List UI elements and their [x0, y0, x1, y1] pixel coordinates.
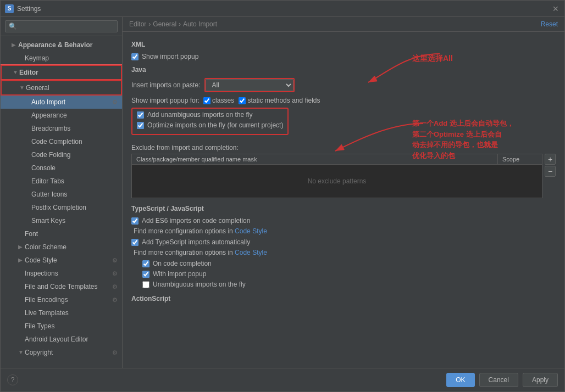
- optimize-imports-checkbox[interactable]: [137, 122, 144, 129]
- window-title: Settings: [17, 5, 551, 13]
- help-icon[interactable]: ?: [7, 374, 18, 385]
- gear-icon: ⚙: [112, 268, 118, 279]
- sidebar-item-code-style[interactable]: ▶ Code Style ⚙: [1, 254, 122, 267]
- sidebar-item-smart-keys[interactable]: Smart Keys: [1, 214, 122, 227]
- sidebar-item-file-encodings[interactable]: File Encodings ⚙: [1, 293, 122, 306]
- search-input[interactable]: [5, 20, 118, 32]
- code-style-link-2[interactable]: Code Style: [235, 249, 267, 256]
- add-es6-row: Add ES6 imports on code completion: [131, 217, 556, 225]
- java-section-label: Java: [131, 66, 556, 74]
- on-code-completion-checkbox[interactable]: [142, 260, 149, 267]
- arrow-icon: ▼: [18, 347, 25, 358]
- sidebar-item-keymap[interactable]: Keymap: [1, 52, 122, 65]
- sidebar-item-postfix-completion[interactable]: Postfix Completion: [1, 201, 122, 214]
- add-exclude-button[interactable]: +: [545, 154, 556, 165]
- sidebar-item-file-types[interactable]: File Types: [1, 320, 122, 333]
- unambiguous-imports-checkbox[interactable]: [142, 281, 149, 288]
- sidebar-item-label: Keymap: [25, 53, 118, 64]
- sidebar: ▶ Appearance & Behavior Keymap ▼ Editor …: [1, 17, 123, 368]
- sidebar-item-live-templates[interactable]: Live Templates: [1, 306, 122, 320]
- apply-button[interactable]: Apply: [523, 373, 558, 387]
- add-unambiguous-checkbox[interactable]: [137, 111, 144, 119]
- arrow-icon: ▶: [12, 40, 18, 51]
- gear-icon: ⚙: [112, 294, 118, 305]
- sidebar-item-label: Code Style: [25, 255, 110, 266]
- on-code-completion-row: On code completion: [131, 260, 556, 267]
- gear-icon: ⚙: [112, 97, 118, 108]
- sidebar-item-label: Color Scheme: [25, 242, 118, 253]
- add-unambiguous-label: Add unambiguous imports on the fly: [147, 111, 252, 119]
- sidebar-item-editor[interactable]: ▼ Editor: [1, 65, 122, 80]
- sidebar-item-breadcrumbs[interactable]: Breadcrumbs: [1, 122, 122, 135]
- ok-button[interactable]: OK: [446, 373, 474, 387]
- sidebar-item-android-layout-editor[interactable]: Android Layout Editor: [1, 333, 122, 346]
- sidebar-item-appearance-behavior[interactable]: ▶ Appearance & Behavior: [1, 38, 122, 52]
- find-more-1-prefix: Find more configuration options in: [134, 227, 235, 235]
- sidebar-item-appearance[interactable]: Appearance: [1, 109, 122, 122]
- sidebar-item-label: Appearance & Behavior: [18, 40, 118, 51]
- add-ts-imports-label: Add TypeScript imports automatically: [142, 238, 250, 246]
- show-import-popup-label: Show import popup: [142, 53, 198, 60]
- exclude-table-body: No exclude patterns: [132, 165, 542, 198]
- add-es6-label: Add ES6 imports on code completion: [142, 217, 250, 225]
- sidebar-item-editor-tabs[interactable]: Editor Tabs: [1, 175, 122, 188]
- add-ts-imports-row: Add TypeScript imports automatically: [131, 238, 556, 246]
- exclude-section: Exclude from import and completion: Clas…: [131, 144, 556, 198]
- breadcrumb-general: General: [153, 20, 176, 28]
- sidebar-item-color-scheme[interactable]: ▶ Color Scheme: [1, 240, 122, 254]
- breadcrumb: Editor › General › Auto Import: [129, 20, 217, 28]
- app-icon: S: [5, 4, 14, 13]
- bottom-bar: ? OK Cancel Apply: [1, 368, 564, 391]
- code-style-link-1[interactable]: Code Style: [235, 227, 267, 235]
- sidebar-item-file-templates[interactable]: File and Code Templates ⚙: [1, 280, 122, 293]
- search-box: [1, 17, 122, 36]
- titlebar: S Settings ✕: [1, 1, 564, 17]
- cancel-button[interactable]: Cancel: [479, 373, 518, 387]
- classes-checkbox[interactable]: [203, 97, 211, 104]
- exclude-table-header: Class/package/member qualified name mask…: [132, 154, 542, 165]
- arrow-icon: ▶: [18, 255, 25, 266]
- arrow-icon: ▼: [19, 82, 26, 93]
- sidebar-item-gutter-icons[interactable]: Gutter Icons: [1, 188, 122, 201]
- add-ts-imports-checkbox[interactable]: [131, 239, 139, 246]
- sidebar-item-label: File Encodings: [25, 294, 110, 305]
- sidebar-item-label: Code Folding: [31, 149, 118, 160]
- static-methods-checkbox[interactable]: [239, 97, 246, 104]
- sidebar-item-label: File and Code Templates: [25, 281, 110, 292]
- sidebar-item-label: Font: [25, 228, 118, 239]
- settings-window: S Settings ✕ ▶ Appearance & Behavior Key…: [0, 0, 565, 392]
- find-more-1-row: Find more configuration options in Code …: [131, 227, 556, 235]
- actionscript-section-label: ActionScript: [131, 295, 556, 303]
- with-import-popup-checkbox[interactable]: [142, 271, 149, 278]
- sidebar-item-auto-import[interactable]: Auto Import ⚙: [1, 96, 122, 109]
- remove-exclude-button[interactable]: −: [545, 166, 556, 177]
- sidebar-item-label: Smart Keys: [31, 215, 118, 226]
- sidebar-item-label: Copyright: [25, 347, 110, 358]
- sidebar-item-label: Auto Import: [31, 97, 110, 108]
- exclude-table: Class/package/member qualified name mask…: [131, 154, 542, 198]
- breadcrumb-auto-import: Auto Import: [183, 20, 217, 28]
- insert-imports-select[interactable]: All Ask None: [206, 79, 293, 91]
- col-name-mask: Class/package/member qualified name mask: [132, 154, 498, 164]
- sidebar-item-label: Breadcrumbs: [31, 123, 118, 134]
- typescript-section-label: TypeScript / JavaScript: [131, 205, 556, 212]
- xml-section-label: XML: [131, 41, 556, 48]
- add-es6-checkbox[interactable]: [131, 217, 139, 225]
- show-import-popup-checkbox[interactable]: [131, 53, 139, 60]
- find-more-2-prefix: Find more configuration options in: [134, 249, 235, 256]
- sidebar-item-label: Code Completion: [31, 136, 118, 147]
- sidebar-item-inspections[interactable]: Inspections ⚙: [1, 267, 122, 280]
- sidebar-item-general[interactable]: ▼ General: [1, 80, 122, 96]
- sidebar-item-console[interactable]: Console: [1, 161, 122, 175]
- close-button[interactable]: ✕: [551, 4, 560, 13]
- gear-icon: ⚙: [112, 255, 118, 266]
- exclude-buttons: + −: [545, 154, 556, 198]
- sidebar-item-font[interactable]: Font: [1, 227, 122, 240]
- sidebar-item-label: Console: [31, 163, 118, 173]
- with-import-popup-row: With import popup: [131, 270, 556, 278]
- sidebar-item-code-completion[interactable]: Code Completion: [1, 135, 122, 148]
- sidebar-item-code-folding[interactable]: Code Folding: [1, 148, 122, 161]
- sidebar-item-label: Inspections: [25, 268, 110, 279]
- reset-link[interactable]: Reset: [541, 20, 558, 28]
- sidebar-item-copyright[interactable]: ▼ Copyright ⚙: [1, 346, 122, 359]
